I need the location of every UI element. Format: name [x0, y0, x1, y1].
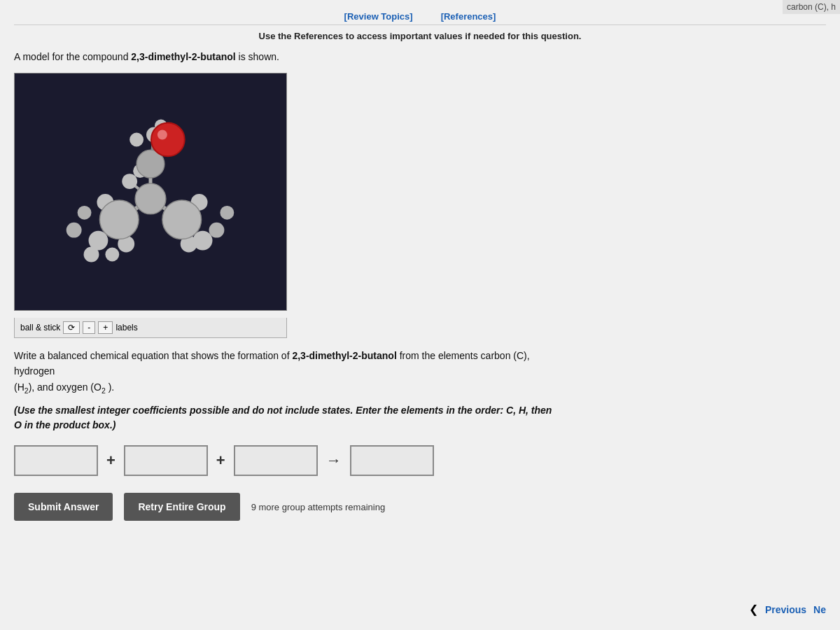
- svg-point-34: [158, 130, 167, 140]
- eq-plus-2: +: [216, 451, 225, 470]
- top-nav: [Review Topics] [References]: [14, 7, 826, 25]
- attempts-remaining: 9 more group attempts remaining: [251, 502, 385, 512]
- bottom-nav: ❮ Previous Ne: [749, 603, 826, 616]
- model-controls: ball & stick ⟳ - + labels: [14, 318, 287, 338]
- svg-point-33: [151, 123, 185, 157]
- model-minus-button[interactable]: -: [83, 321, 95, 334]
- svg-point-16: [105, 248, 119, 262]
- eq-input-3[interactable]: [234, 445, 318, 476]
- model-labels-label: labels: [115, 323, 137, 332]
- previous-link[interactable]: Previous: [765, 604, 806, 615]
- equation-row: + + →: [14, 445, 826, 476]
- eq-plus-1: +: [106, 451, 115, 470]
- svg-point-29: [99, 200, 139, 239]
- model-type-label: ball & stick: [20, 323, 60, 332]
- svg-point-25: [220, 206, 234, 220]
- eq-input-2[interactable]: [124, 445, 208, 476]
- svg-point-20: [122, 174, 137, 189]
- reference-note: Use the References to access important v…: [14, 31, 826, 41]
- question-intro: A model for the compound 2,3-dimethyl-2-…: [14, 50, 826, 64]
- corner-text: carbon (C), h: [783, 0, 840, 14]
- model-cycle-button[interactable]: ⟳: [63, 321, 80, 334]
- molecule-svg: [15, 74, 286, 310]
- question-intro-text: A model for the compound: [14, 51, 131, 62]
- button-row: Submit Answer Retry Entire Group 9 more …: [14, 493, 826, 521]
- model-plus-button[interactable]: +: [98, 321, 113, 334]
- eq-part1: Write a balanced chemical equation that …: [14, 350, 292, 361]
- eq-input-1[interactable]: [14, 445, 98, 476]
- main-container: carbon (C), h [Review Topics] [Reference…: [0, 0, 840, 630]
- svg-point-23: [209, 223, 225, 238]
- svg-point-27: [130, 133, 144, 147]
- svg-point-24: [78, 206, 92, 220]
- molecule-model: [14, 73, 287, 311]
- next-link[interactable]: Ne: [813, 604, 826, 615]
- svg-point-22: [66, 223, 82, 238]
- question-intro-end: is shown.: [236, 51, 279, 62]
- svg-point-31: [135, 183, 166, 214]
- chevron-left-icon: ❮: [749, 603, 758, 616]
- equation-question-text: Write a balanced chemical equation that …: [14, 348, 560, 396]
- submit-answer-button[interactable]: Submit Answer: [14, 493, 113, 521]
- eq-arrow: →: [326, 451, 342, 470]
- svg-point-13: [84, 247, 99, 262]
- compound-name-bold: 2,3-dimethyl-2-butanol: [292, 350, 396, 361]
- eq-input-4[interactable]: [350, 445, 434, 476]
- references-link[interactable]: [References]: [441, 11, 496, 22]
- svg-point-30: [162, 200, 202, 239]
- instructions-italic: (Use the smallest integer coefficients p…: [14, 403, 560, 433]
- eq-part3: (H2), and oxygen (O2 ).: [14, 382, 114, 393]
- compound-name-intro: 2,3-dimethyl-2-butanol: [131, 51, 235, 62]
- review-topics-link[interactable]: [Review Topics]: [344, 11, 413, 22]
- retry-group-button[interactable]: Retry Entire Group: [124, 493, 239, 521]
